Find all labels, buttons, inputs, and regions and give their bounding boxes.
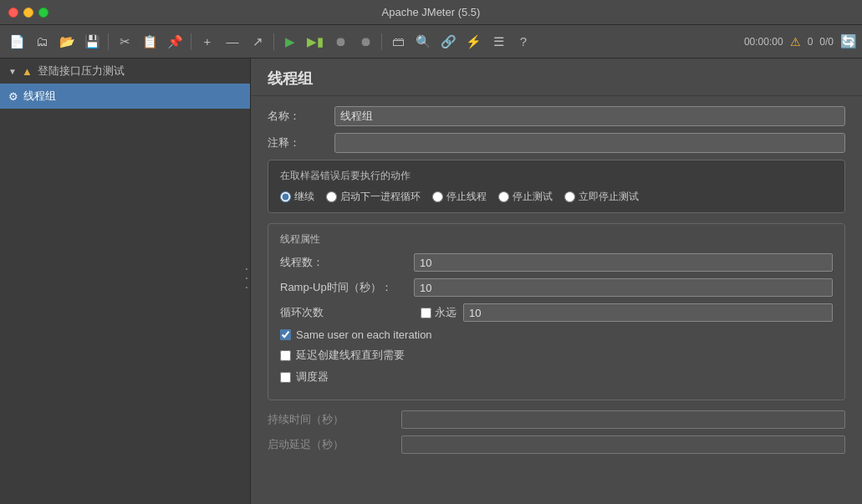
comment-label: 注释：	[268, 135, 334, 150]
stop-button[interactable]: ⏺	[329, 30, 352, 53]
start-button[interactable]: ▶	[278, 30, 302, 53]
same-user-row[interactable]: Same user on each iteration	[280, 328, 833, 341]
loop-count-row: 循环次数 永远	[280, 303, 833, 322]
scheduler-checkbox[interactable]	[280, 372, 291, 383]
radio-stop-thread[interactable]: 停止线程	[432, 190, 487, 204]
warning-count: 0	[808, 36, 814, 48]
resize-handle[interactable]: • • •	[243, 265, 250, 291]
thread-props-title: 线程属性	[280, 232, 833, 247]
radio-stop-test[interactable]: 停止测试	[498, 190, 553, 204]
num-threads-row: 线程数：	[280, 253, 833, 272]
forever-checkbox[interactable]	[421, 308, 431, 318]
expand-button[interactable]: ↗	[246, 30, 269, 53]
content-heading: 线程组	[251, 59, 862, 96]
minimize-button[interactable]	[23, 8, 33, 18]
delay-creation-checkbox[interactable]	[280, 350, 291, 361]
error-action-section: 在取样器错误后要执行的动作 继续 启动下一进程循环 停止线程	[268, 160, 845, 213]
delay-start-row: 启动延迟（秒）	[268, 435, 845, 454]
copy-button[interactable]: 📋	[138, 30, 161, 53]
open-button[interactable]: 📂	[55, 30, 79, 53]
same-user-checkbox[interactable]	[280, 329, 291, 340]
duration-input[interactable]	[401, 410, 845, 429]
radio-next-loop[interactable]: 启动下一进程循环	[326, 190, 421, 204]
test-plan-icon: ▲	[22, 65, 33, 78]
sep1	[108, 33, 109, 50]
forever-label: 永远	[435, 305, 457, 320]
list-button[interactable]: ☰	[487, 30, 510, 53]
arrow-icon: ▼	[8, 67, 17, 76]
function-button[interactable]: ⚡	[462, 30, 485, 53]
toolbar-status: 00:00:00 ⚠ 0 0/0 🔄	[744, 33, 857, 49]
duration-section: 持续时间（秒） 启动延迟（秒）	[268, 410, 845, 454]
ramp-up-input[interactable]	[414, 278, 833, 297]
comment-row: 注释：	[268, 133, 845, 153]
num-threads-input[interactable]	[414, 253, 833, 272]
thread-group-icon: ⚙	[8, 90, 18, 103]
sidebar-item-label: 登陆接口压力测试	[38, 64, 125, 79]
refresh-icon[interactable]: 🔄	[840, 33, 857, 49]
name-input[interactable]	[334, 106, 845, 126]
template-button[interactable]: 🗂	[30, 30, 54, 53]
sidebar-item-label: 线程组	[23, 89, 56, 104]
start-no-pause-button[interactable]: ▶▮	[303, 30, 327, 53]
error-action-title: 在取样器错误后要执行的动作	[280, 169, 833, 183]
scheduler-row[interactable]: 调度器	[280, 369, 833, 384]
radio-continue[interactable]: 继续	[280, 190, 314, 204]
forever-checkbox-label[interactable]: 永远	[421, 305, 457, 320]
maximize-button[interactable]	[38, 8, 48, 18]
radio-stop-thread-label: 停止线程	[446, 190, 487, 204]
name-row: 名称：	[268, 106, 845, 126]
window-title: Apache JMeter (5.5)	[382, 6, 481, 18]
num-threads-label: 线程数：	[280, 255, 414, 270]
delay-creation-row[interactable]: 延迟创建线程直到需要	[280, 348, 833, 363]
traffic-lights	[8, 8, 48, 18]
radio-stop-now-label: 立即停止测试	[579, 190, 639, 204]
radio-next-loop-label: 启动下一进程循环	[340, 190, 421, 204]
sidebar-item-thread-group[interactable]: ⚙ 线程组	[0, 84, 250, 109]
add-button[interactable]: +	[196, 30, 219, 53]
thread-props-section: 线程属性 线程数： Ramp-Up时间（秒）： 循环次数 永远	[268, 223, 845, 400]
content-area: 线程组 名称： 注释： 在取样器错误后要执行的动作 继续	[251, 59, 862, 504]
sidebar-item-test-plan[interactable]: ▼ ▲ 登陆接口压力测试	[0, 59, 250, 84]
cut-button[interactable]: ✂	[113, 30, 136, 53]
stop-all-button[interactable]: ⏺	[354, 30, 377, 53]
sidebar: ▼ ▲ 登陆接口压力测试 ⚙ 线程组 • • •	[0, 59, 251, 504]
search-results-button[interactable]: 🔍	[411, 30, 435, 53]
main-layout: ▼ ▲ 登陆接口压力测试 ⚙ 线程组 • • • 线程组 名称： 注释：	[0, 59, 862, 504]
error-count: 0/0	[819, 36, 834, 48]
ramp-up-row: Ramp-Up时间（秒）：	[280, 278, 833, 297]
new-button[interactable]: 📄	[5, 30, 28, 53]
same-user-label: Same user on each iteration	[296, 328, 432, 341]
close-button[interactable]	[8, 8, 18, 18]
delay-start-input[interactable]	[401, 435, 845, 454]
scheduler-label: 调度器	[296, 369, 329, 384]
content-body: 名称： 注释： 在取样器错误后要执行的动作 继续 启动下一进程	[251, 96, 862, 471]
duration-row: 持续时间（秒）	[268, 410, 845, 429]
error-action-radios: 继续 启动下一进程循环 停止线程 停止测试	[280, 190, 833, 204]
remove-button[interactable]: —	[221, 30, 244, 53]
radio-stop-now[interactable]: 立即停止测试	[564, 190, 639, 204]
toolbar: 📄 🗂 📂 💾 ✂ 📋 📌 + — ↗ ▶ ▶▮ ⏺ ⏺ 🗃 🔍 🔗 ⚡ ☰ ?…	[0, 25, 862, 59]
ramp-up-label: Ramp-Up时间（秒）：	[280, 280, 414, 295]
comment-input[interactable]	[334, 133, 845, 153]
sep3	[273, 33, 274, 50]
loop-count-label: 循环次数	[280, 305, 414, 320]
save-button[interactable]: 💾	[80, 30, 104, 53]
title-bar: Apache JMeter (5.5)	[0, 0, 862, 25]
radio-stop-test-label: 停止测试	[513, 190, 553, 204]
warning-icon: ⚠	[790, 35, 801, 48]
paste-button[interactable]: 📌	[163, 30, 186, 53]
loop-count-input[interactable]	[463, 303, 833, 322]
duration-label: 持续时间（秒）	[268, 412, 401, 427]
delay-start-label: 启动延迟（秒）	[268, 437, 401, 452]
clear-button[interactable]: 🗃	[386, 30, 410, 53]
sep4	[381, 33, 382, 50]
delay-creation-label: 延迟创建线程直到需要	[296, 348, 405, 363]
timer-display: 00:00:00	[744, 36, 783, 48]
sep2	[191, 33, 191, 50]
name-label: 名称：	[268, 109, 334, 124]
remote-button[interactable]: 🔗	[436, 30, 460, 53]
radio-continue-label: 继续	[294, 190, 314, 204]
help-button[interactable]: ?	[512, 30, 535, 53]
